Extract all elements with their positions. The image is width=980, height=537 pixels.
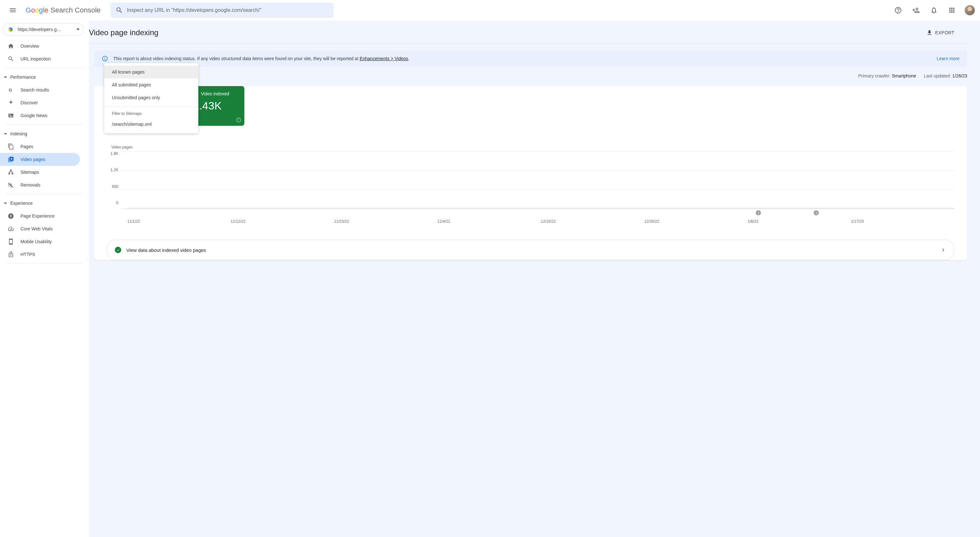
sidebar-item-pages[interactable]: Pages xyxy=(0,140,80,153)
sidebar-item-page-experience[interactable]: Page Experience xyxy=(0,210,80,222)
plot-area[interactable] xyxy=(121,151,955,209)
hamburger-menu-button[interactable] xyxy=(5,3,21,18)
bar[interactable] xyxy=(607,208,616,209)
sidebar-item-overview[interactable]: Overview xyxy=(0,40,80,53)
bar[interactable] xyxy=(720,208,729,209)
bar[interactable] xyxy=(701,208,710,209)
bar[interactable] xyxy=(691,208,700,209)
bar[interactable] xyxy=(146,208,155,209)
enhancements-link[interactable]: Enhancements > Videos xyxy=(360,56,408,61)
bar[interactable] xyxy=(240,208,249,209)
bar[interactable] xyxy=(673,208,682,209)
sidebar-item-discover[interactable]: Discover xyxy=(0,96,80,109)
sidebar-item-url-inspection[interactable]: URL inspection xyxy=(0,53,80,65)
bar[interactable] xyxy=(767,208,776,209)
bar[interactable] xyxy=(597,208,606,209)
bar[interactable] xyxy=(419,208,428,209)
bar[interactable] xyxy=(475,208,484,209)
sidebar-item-google-news[interactable]: Google News xyxy=(0,109,80,122)
bar[interactable] xyxy=(907,208,916,209)
bar[interactable] xyxy=(541,208,550,209)
bar[interactable] xyxy=(823,208,832,209)
bar[interactable] xyxy=(644,208,653,209)
bar[interactable] xyxy=(221,208,230,209)
bar[interactable] xyxy=(466,208,475,209)
view-data-row[interactable]: View data about indexed video pages xyxy=(107,240,955,260)
bar[interactable] xyxy=(757,208,766,209)
sidebar-section-performance[interactable]: Performance xyxy=(0,71,89,83)
url-inspect-search[interactable] xyxy=(110,3,334,18)
apps-button[interactable] xyxy=(944,3,959,18)
bar[interactable] xyxy=(889,208,898,209)
bar[interactable] xyxy=(748,208,757,209)
bar[interactable] xyxy=(184,208,192,209)
bar[interactable] xyxy=(926,208,935,209)
property-selector[interactable]: https://developers.g… xyxy=(3,23,84,36)
bar[interactable] xyxy=(231,208,240,209)
bar[interactable] xyxy=(776,208,785,209)
bar[interactable] xyxy=(485,208,493,209)
bar[interactable] xyxy=(663,208,672,209)
bar[interactable] xyxy=(616,208,625,209)
bar[interactable] xyxy=(522,208,531,209)
bar[interactable] xyxy=(851,208,860,209)
sidebar-item-mobile-usability[interactable]: Mobile Usability xyxy=(0,235,80,248)
bar[interactable] xyxy=(165,208,174,209)
learn-more-link[interactable]: Learn more xyxy=(937,56,959,61)
dropdown-item-unsubmitted[interactable]: Unsubmitted pages only xyxy=(104,91,198,104)
bar[interactable] xyxy=(334,208,343,209)
bar[interactable] xyxy=(804,208,813,209)
bar[interactable] xyxy=(372,208,380,209)
account-avatar[interactable] xyxy=(965,5,975,15)
bar[interactable] xyxy=(569,208,578,209)
bar[interactable] xyxy=(710,208,719,209)
page-filter-dropdown[interactable]: All known pages All submitted pages Unsu… xyxy=(104,63,198,133)
dropdown-item-sitemap[interactable]: /search/sitemap.xml xyxy=(104,118,198,131)
bar[interactable] xyxy=(917,208,926,209)
bar[interactable] xyxy=(306,208,315,209)
bar[interactable] xyxy=(127,208,136,209)
sidebar-item-sitemaps[interactable]: Sitemaps xyxy=(0,166,80,178)
bar[interactable] xyxy=(494,208,503,209)
bar[interactable] xyxy=(325,208,334,209)
bar[interactable] xyxy=(268,208,277,209)
help-icon[interactable]: ? xyxy=(236,118,241,123)
bar[interactable] xyxy=(936,208,945,209)
bar[interactable] xyxy=(363,208,371,209)
bar[interactable] xyxy=(832,208,841,209)
bar[interactable] xyxy=(513,208,522,209)
bar[interactable] xyxy=(409,208,418,209)
bar[interactable] xyxy=(550,208,559,209)
add-user-button[interactable] xyxy=(908,3,924,18)
bar[interactable] xyxy=(315,208,325,209)
help-button[interactable] xyxy=(891,3,906,18)
bar[interactable] xyxy=(344,208,352,209)
bar[interactable] xyxy=(259,208,268,209)
bar[interactable] xyxy=(879,208,888,209)
bar[interactable] xyxy=(654,208,663,209)
dropdown-item-all-known[interactable]: All known pages xyxy=(104,65,198,78)
sidebar-section-experience[interactable]: Experience xyxy=(0,197,89,210)
search-input[interactable] xyxy=(127,7,328,13)
bar[interactable] xyxy=(457,208,465,209)
bar[interactable] xyxy=(814,208,822,209)
bar[interactable] xyxy=(202,208,212,209)
sidebar-item-core-web-vitals[interactable]: Core Web Vitals xyxy=(0,222,80,235)
notifications-button[interactable] xyxy=(926,3,942,18)
bar[interactable] xyxy=(174,208,183,209)
bar[interactable] xyxy=(278,208,286,209)
sidebar-section-indexing[interactable]: Indexing xyxy=(0,127,89,140)
export-button[interactable]: EXPORT xyxy=(926,29,955,36)
bar[interactable] xyxy=(250,208,258,209)
bar[interactable] xyxy=(588,208,597,209)
bar[interactable] xyxy=(579,208,587,209)
event-marker[interactable]: 1 xyxy=(756,210,761,215)
bar[interactable] xyxy=(353,208,362,209)
bar[interactable] xyxy=(945,208,954,209)
bar[interactable] xyxy=(287,208,296,209)
bar[interactable] xyxy=(842,208,851,209)
bar[interactable] xyxy=(428,208,437,209)
bar[interactable] xyxy=(738,208,747,209)
sidebar-item-removals[interactable]: Removals xyxy=(0,178,80,191)
bar[interactable] xyxy=(729,208,738,209)
